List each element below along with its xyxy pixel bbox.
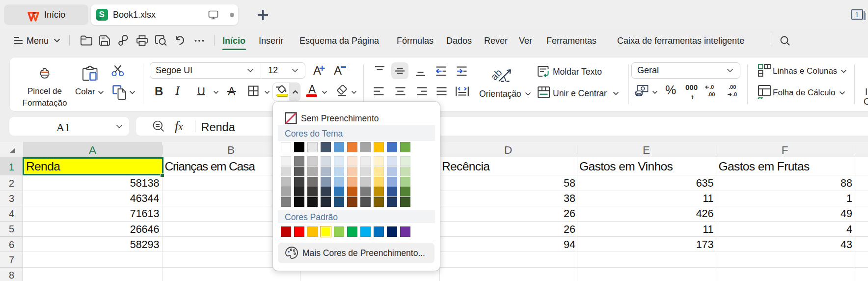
svg-text:.0: .0 <box>732 91 737 97</box>
svg-text:.00: .00 <box>729 84 736 90</box>
svg-text:.00: .00 <box>707 91 715 97</box>
svg-text:.0: .0 <box>709 84 714 90</box>
svg-text:ab: ab <box>490 67 504 82</box>
